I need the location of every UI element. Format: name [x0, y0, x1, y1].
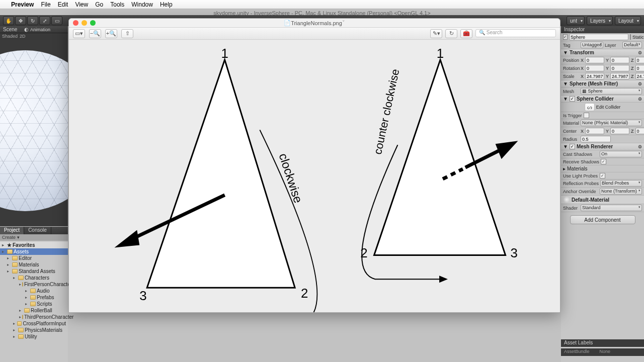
move-tool[interactable]: ✥	[15, 16, 26, 25]
svg-text:3: 3	[511, 246, 518, 260]
search-field[interactable]: 🔍 Search	[475, 29, 556, 37]
preview-titlebar[interactable]: 📄 TriangleNormals.png ˅	[69, 19, 560, 28]
tree-item-audio[interactable]: ▸ Audio	[0, 288, 68, 294]
menu-file[interactable]: File	[41, 1, 50, 8]
menu-help[interactable]: Help	[160, 1, 173, 8]
rotate-tool[interactable]: ↻	[27, 16, 38, 25]
tree-item-prefabs[interactable]: ▸ Prefabs	[0, 294, 68, 301]
tree-item-standard-assets[interactable]: ▸ Standard Assets	[0, 268, 68, 275]
create-dropdown[interactable]: Create	[2, 235, 16, 240]
static-checkbox[interactable]	[630, 34, 631, 40]
tree-item-crossplatforminput[interactable]: ▸ CrossPlatformInput	[0, 320, 68, 327]
shaded-dropdown[interactable]: Shaded	[2, 34, 18, 40]
rotate-button[interactable]: ↻	[445, 29, 457, 38]
account-dropdown[interactable]: unt	[567, 16, 585, 25]
sidebar-toggle-button[interactable]: ▭▾	[73, 29, 85, 38]
gear-icon[interactable]: ⚙	[638, 50, 642, 55]
scene-tab[interactable]: Scene ◐ Animation	[0, 26, 68, 33]
pos-y[interactable]	[610, 57, 629, 63]
rot-x[interactable]	[585, 65, 604, 71]
transform-header[interactable]: Transform	[570, 50, 594, 55]
preview-canvas[interactable]: 1 2 3 clockwise 1 2 3 counter clockwise	[69, 40, 560, 312]
tree-item-rollerball[interactable]: ▸ RollerBall	[0, 307, 68, 314]
rot-y[interactable]	[610, 65, 629, 71]
gear-icon[interactable]: ⚙	[638, 144, 642, 149]
project-tab[interactable]: Project	[0, 227, 24, 234]
app-name[interactable]: Preview	[11, 1, 34, 8]
receive-checkbox[interactable]: ✓	[601, 159, 606, 164]
gear-icon[interactable]: ⚙	[638, 97, 642, 102]
scale-tool[interactable]: ⤢	[39, 16, 50, 25]
tree-item-thirdpersoncharacter[interactable]: ▸ ThirdPersonCharacter	[0, 314, 68, 320]
layers-dropdown[interactable]: Layers	[587, 16, 613, 25]
edit-collider-button[interactable]: ᔕ	[585, 103, 595, 111]
tree-item-physicsmaterials[interactable]: ▸ PhysicsMaterials	[0, 327, 68, 333]
layout-dropdown[interactable]: Layout	[615, 16, 641, 25]
window-traffic-lights[interactable]	[73, 20, 96, 26]
gameobject-enabled-checkbox[interactable]: ✓	[563, 34, 568, 40]
macos-menubar: Preview File Edit View Go Tools Window H…	[0, 0, 644, 9]
menu-window[interactable]: Window	[131, 1, 153, 8]
inspector-panel: Inspector ✓ Static Tag Untagged Layer De…	[561, 26, 644, 362]
renderer-header[interactable]: Mesh Renderer	[577, 144, 613, 149]
toolbox-button[interactable]: 🧰	[460, 29, 472, 38]
material-header[interactable]: Default-Material	[572, 197, 609, 203]
minimize-icon	[82, 20, 87, 26]
project-panel: Project Console Create ▾ ▸★ Favorites ▸ …	[0, 227, 68, 362]
zoom-out-button[interactable]: −🔍	[89, 29, 101, 38]
share-button[interactable]: ⇧	[121, 29, 133, 38]
menu-edit[interactable]: Edit	[58, 1, 68, 8]
rot-z[interactable]	[635, 65, 644, 71]
gear-icon[interactable]: ⚙	[638, 81, 642, 86]
preview-toolbar: ▭▾ −🔍 +🔍 ⇧ ✎▾ ↻ 🧰 🔍 Search	[69, 28, 560, 40]
tree-item-utility[interactable]: ▸ Utility	[0, 333, 68, 340]
menu-go[interactable]: Go	[95, 1, 103, 8]
2d-toggle[interactable]: 2D	[20, 34, 26, 40]
mesh-field[interactable]: ▦ Sphere	[581, 88, 642, 95]
inspector-tab[interactable]: Inspector	[561, 26, 644, 33]
anchor-field[interactable]: None (Transform)	[600, 188, 642, 195]
markup-button[interactable]: ✎▾	[430, 29, 442, 38]
scl-y[interactable]	[610, 73, 629, 79]
tree-item-assets[interactable]: ▸ Assets	[0, 248, 68, 255]
shader-dropdown[interactable]: Standard	[581, 205, 642, 211]
zoom-icon	[90, 20, 96, 26]
physmat-field[interactable]: None (Physic Material)	[581, 120, 642, 126]
gameobject-name-input[interactable]	[569, 34, 628, 40]
tree-item-scripts[interactable]: ▸ Scripts	[0, 301, 68, 307]
tree-item-editor[interactable]: ▸ Editor	[0, 255, 68, 261]
pos-z[interactable]	[635, 57, 644, 63]
castshadows-dropdown[interactable]: On	[600, 151, 642, 157]
preview-title: TriangleNormals.png	[291, 20, 342, 26]
meshfilter-header[interactable]: Sphere (Mesh Filter)	[570, 81, 618, 86]
console-tab[interactable]: Console	[24, 227, 51, 234]
istrigger-checkbox[interactable]	[584, 113, 589, 118]
tree-item-firstpersoncharacter[interactable]: ▸ FirstPersonCharacter	[0, 281, 68, 288]
material-preview-icon	[563, 196, 570, 203]
zoom-in-button[interactable]: +🔍	[105, 29, 117, 38]
tree-item-materials[interactable]: ▸ Materials	[0, 261, 68, 268]
menu-view[interactable]: View	[75, 1, 88, 8]
materials-foldout[interactable]: Materials	[567, 166, 588, 171]
sphere-mesh	[0, 50, 68, 211]
menu-tools[interactable]: Tools	[110, 1, 124, 8]
pos-x[interactable]	[585, 57, 604, 63]
hand-tool[interactable]: ✋	[3, 16, 14, 25]
scl-x[interactable]	[585, 73, 604, 79]
radius-field[interactable]	[581, 136, 611, 142]
lightprobes-checkbox[interactable]: ✓	[600, 173, 605, 178]
tag-dropdown[interactable]: Untagged	[581, 42, 603, 48]
scene-viewport[interactable]	[0, 40, 68, 226]
add-component-button[interactable]: Add Component	[570, 215, 635, 224]
collider-header[interactable]: Sphere Collider	[577, 96, 614, 102]
layer-dropdown[interactable]: Default	[622, 42, 642, 48]
svg-text:1: 1	[437, 46, 444, 60]
vertex-1: 1	[221, 46, 228, 60]
favorites-row[interactable]: ▸★ Favorites	[0, 242, 68, 248]
scl-z[interactable]	[635, 73, 644, 79]
rect-tool[interactable]: ▭	[51, 16, 62, 25]
tree-item-characters[interactable]: ▸ Characters	[0, 275, 68, 281]
triangle-cw	[147, 60, 295, 288]
reflprobes-dropdown[interactable]: Blend Probes	[600, 180, 642, 187]
close-icon	[73, 20, 78, 26]
